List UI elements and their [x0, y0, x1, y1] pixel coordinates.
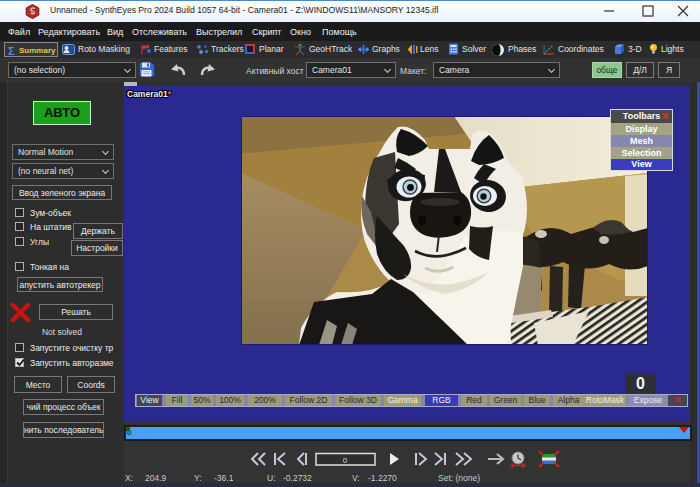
svg-text:0: 0 — [343, 456, 348, 465]
